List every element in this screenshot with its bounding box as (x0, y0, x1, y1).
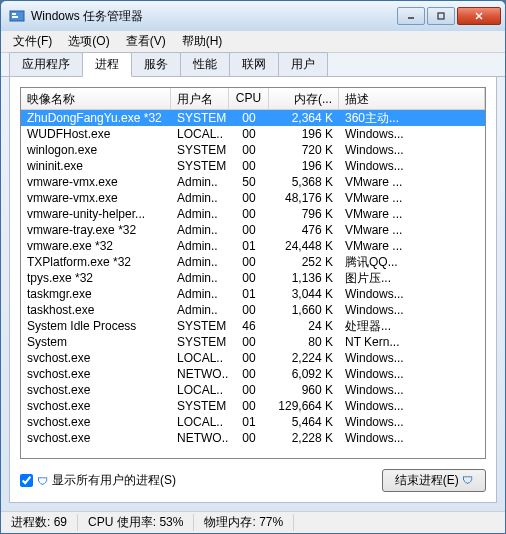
cell-name: WUDFHost.exe (21, 126, 171, 142)
menubar: 文件(F) 选项(O) 查看(V) 帮助(H) (1, 31, 505, 53)
col-user[interactable]: 用户名 (171, 88, 229, 109)
table-row[interactable]: winlogon.exeSYSTEM00720 KWindows... (21, 142, 485, 158)
cell-desc: Windows... (339, 302, 485, 318)
cell-user: LOCAL.. (171, 414, 229, 430)
cell-desc: Windows... (339, 350, 485, 366)
cell-user: Admin.. (171, 270, 229, 286)
cell-mem: 80 K (269, 334, 339, 350)
cell-mem: 1,136 K (269, 270, 339, 286)
maximize-button[interactable] (427, 7, 455, 25)
table-row[interactable]: WUDFHost.exeLOCAL..00196 KWindows... (21, 126, 485, 142)
tab-services[interactable]: 服务 (131, 52, 181, 76)
menu-help[interactable]: 帮助(H) (174, 31, 231, 52)
cell-name: svchost.exe (21, 398, 171, 414)
table-row[interactable]: taskmgr.exeAdmin..013,044 KWindows... (21, 286, 485, 302)
cell-mem: 129,664 K (269, 398, 339, 414)
tab-processes[interactable]: 进程 (82, 52, 132, 77)
cell-mem: 2,364 K (269, 110, 339, 126)
end-process-button[interactable]: 结束进程(E) 🛡 (382, 469, 486, 492)
cell-name: tpys.exe *32 (21, 270, 171, 286)
cell-name: System (21, 334, 171, 350)
show-all-users-checkbox[interactable] (20, 474, 33, 487)
col-description[interactable]: 描述 (339, 88, 485, 109)
cell-cpu: 00 (229, 142, 269, 158)
table-row[interactable]: svchost.exeNETWO..002,228 KWindows... (21, 430, 485, 446)
show-all-users-text: 显示所有用户的进程(S) (52, 472, 176, 489)
close-button[interactable] (457, 7, 501, 25)
cell-mem: 1,660 K (269, 302, 339, 318)
cell-mem: 6,092 K (269, 366, 339, 382)
cell-name: vmware-vmx.exe (21, 190, 171, 206)
table-row[interactable]: svchost.exeSYSTEM00129,664 KWindows... (21, 398, 485, 414)
table-row[interactable]: vmware-unity-helper...Admin..00796 KVMwa… (21, 206, 485, 222)
col-memory[interactable]: 内存(... (269, 88, 339, 109)
svg-rect-1 (12, 13, 16, 15)
cell-cpu: 46 (229, 318, 269, 334)
menu-file[interactable]: 文件(F) (5, 31, 60, 52)
cell-cpu: 00 (229, 206, 269, 222)
app-icon (9, 8, 25, 24)
menu-view[interactable]: 查看(V) (118, 31, 174, 52)
table-row[interactable]: vmware-vmx.exeAdmin..505,368 KVMware ... (21, 174, 485, 190)
cell-desc: VMware ... (339, 174, 485, 190)
menu-options[interactable]: 选项(O) (60, 31, 117, 52)
status-cpu: CPU 使用率: 53% (78, 514, 194, 531)
cell-mem: 5,368 K (269, 174, 339, 190)
cell-cpu: 00 (229, 222, 269, 238)
cell-name: winlogon.exe (21, 142, 171, 158)
cell-desc: 图片压... (339, 270, 485, 286)
cell-cpu: 00 (229, 350, 269, 366)
col-cpu[interactable]: CPU (229, 88, 269, 109)
cell-cpu: 01 (229, 238, 269, 254)
tab-users[interactable]: 用户 (278, 52, 328, 76)
footer-row: 🛡 显示所有用户的进程(S) 结束进程(E) 🛡 (20, 469, 486, 492)
cell-mem: 24,448 K (269, 238, 339, 254)
table-row[interactable]: wininit.exeSYSTEM00196 KWindows... (21, 158, 485, 174)
cell-mem: 24 K (269, 318, 339, 334)
cell-name: vmware-vmx.exe (21, 174, 171, 190)
tab-applications[interactable]: 应用程序 (9, 52, 83, 76)
cell-desc: Windows... (339, 366, 485, 382)
cell-cpu: 00 (229, 158, 269, 174)
tab-performance[interactable]: 性能 (180, 52, 230, 76)
table-row[interactable]: vmware.exe *32Admin..0124,448 KVMware ..… (21, 238, 485, 254)
tab-content: 映像名称 用户名 CPU 内存(... 描述 ZhuDongFangYu.exe… (9, 77, 497, 503)
show-all-users-label[interactable]: 🛡 显示所有用户的进程(S) (20, 472, 176, 489)
table-row[interactable]: vmware-tray.exe *32Admin..00476 KVMware … (21, 222, 485, 238)
table-row[interactable]: svchost.exeNETWO..006,092 KWindows... (21, 366, 485, 382)
table-row[interactable]: tpys.exe *32Admin..001,136 K图片压... (21, 270, 485, 286)
table-row[interactable]: svchost.exeLOCAL..00960 KWindows... (21, 382, 485, 398)
cell-name: TXPlatform.exe *32 (21, 254, 171, 270)
table-row[interactable]: vmware-vmx.exeAdmin..0048,176 KVMware ..… (21, 190, 485, 206)
table-body[interactable]: ZhuDongFangYu.exe *32SYSTEM002,364 K360主… (21, 110, 485, 458)
tab-bar: 应用程序 进程 服务 性能 联网 用户 (1, 53, 505, 77)
tab-networking[interactable]: 联网 (229, 52, 279, 76)
cell-user: Admin.. (171, 206, 229, 222)
cell-desc: Windows... (339, 286, 485, 302)
cell-cpu: 00 (229, 398, 269, 414)
titlebar[interactable]: Windows 任务管理器 (1, 1, 505, 31)
table-row[interactable]: System Idle ProcessSYSTEM4624 K处理器... (21, 318, 485, 334)
table-row[interactable]: TXPlatform.exe *32Admin..00252 K腾讯QQ... (21, 254, 485, 270)
cell-mem: 196 K (269, 158, 339, 174)
shield-icon: 🛡 (462, 474, 473, 486)
cell-name: svchost.exe (21, 366, 171, 382)
table-row[interactable]: ZhuDongFangYu.exe *32SYSTEM002,364 K360主… (21, 110, 485, 126)
cell-user: NETWO.. (171, 430, 229, 446)
cell-user: LOCAL.. (171, 382, 229, 398)
cell-name: ZhuDongFangYu.exe *32 (21, 110, 171, 126)
col-image-name[interactable]: 映像名称 (21, 88, 171, 109)
table-row[interactable]: SystemSYSTEM0080 KNT Kern... (21, 334, 485, 350)
cell-user: NETWO.. (171, 366, 229, 382)
minimize-button[interactable] (397, 7, 425, 25)
table-row[interactable]: svchost.exeLOCAL..002,224 KWindows... (21, 350, 485, 366)
cell-mem: 720 K (269, 142, 339, 158)
cell-user: LOCAL.. (171, 126, 229, 142)
cell-cpu: 00 (229, 110, 269, 126)
table-row[interactable]: svchost.exeLOCAL..015,464 KWindows... (21, 414, 485, 430)
table-row[interactable]: taskhost.exeAdmin..001,660 KWindows... (21, 302, 485, 318)
cell-desc: Windows... (339, 158, 485, 174)
cell-desc: VMware ... (339, 222, 485, 238)
cell-mem: 252 K (269, 254, 339, 270)
process-table: 映像名称 用户名 CPU 内存(... 描述 ZhuDongFangYu.exe… (20, 87, 486, 459)
